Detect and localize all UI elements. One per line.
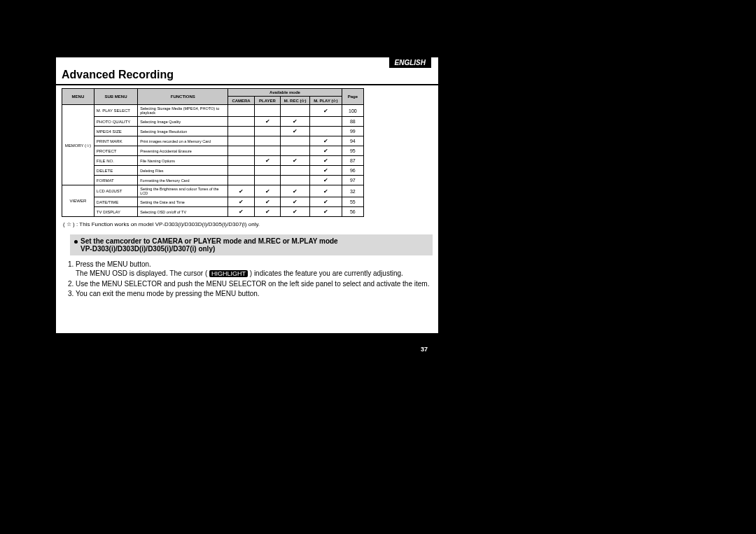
mode-cell: ✔ — [309, 105, 342, 117]
table-row: PROTECTPreventing Accidental Erasure✔95 — [62, 146, 364, 156]
page-cell: 96 — [342, 166, 363, 176]
page-cell: 55 — [342, 197, 363, 207]
page-cell: 95 — [342, 146, 363, 156]
table-row: PHOTO QUALITYSelecting Image Quality✔✔88 — [62, 117, 364, 127]
mode-cell — [228, 117, 254, 127]
table-row: FILE NO.File Naming Options✔✔✔87 — [62, 156, 364, 166]
submenu-cell: DATE/TIME — [94, 197, 137, 207]
th-available-mode: Available mode — [228, 89, 342, 97]
submenu-cell: TV DISPLAY — [94, 207, 137, 217]
function-cell: Selecting Image Quality — [138, 117, 228, 127]
footnote-text: ( ☆ ) : This Function works on model VP-… — [63, 221, 438, 227]
mode-cell: ✔ — [281, 117, 310, 127]
submenu-cell: LCD ADJUST — [94, 185, 137, 197]
mode-cell: ✔ — [254, 185, 280, 197]
function-cell: File Naming Options — [138, 156, 228, 166]
mode-cell: ✔ — [281, 156, 310, 166]
mode-cell — [254, 146, 280, 156]
page-title: Advanced Recording — [56, 57, 438, 85]
th-page: Page — [342, 89, 363, 105]
document-page: ENGLISH Advanced Recording MENU SUB MENU… — [56, 57, 438, 333]
page-cell: 56 — [342, 207, 363, 217]
submenu-cell: MPEG4 SIZE — [94, 127, 137, 136]
mode-cell: ✔ — [228, 207, 254, 217]
step-1a: Press the MENU button. — [76, 260, 151, 268]
bullet-icon — [74, 240, 78, 244]
table-row: MEMORY (☆)M. PLAY SELECTSelecting Storag… — [62, 105, 364, 117]
mode-cell — [228, 136, 254, 146]
page-number-badge: 37 — [417, 344, 431, 354]
mode-cell: ✔ — [254, 117, 280, 127]
table-body: MEMORY (☆)M. PLAY SELECTSelecting Storag… — [62, 105, 364, 217]
table-row: FORMATFormatting the Memory Card✔97 — [62, 176, 364, 185]
mode-cell: ✔ — [309, 197, 342, 207]
mode-cell — [228, 176, 254, 185]
mode-cell: ✔ — [309, 136, 342, 146]
function-cell: Print images recorded on a Memory Card — [138, 136, 228, 146]
step-1b-post: ) indicates the feature you are currentl… — [248, 269, 403, 277]
mode-cell: ✔ — [228, 197, 254, 207]
mode-cell — [281, 176, 310, 185]
mode-cell — [254, 166, 280, 176]
mode-cell — [228, 166, 254, 176]
step-1: Press the MENU button. The MENU OSD is d… — [76, 260, 431, 279]
function-cell: Formatting the Memory Card — [138, 176, 228, 185]
instruction-line-2: VP-D303(i)/D303D(i)/D305(i)/D307(i) only… — [80, 245, 215, 253]
submenu-cell: PROTECT — [94, 146, 137, 156]
page-cell: 87 — [342, 156, 363, 166]
mode-cell: ✔ — [281, 207, 310, 217]
th-menu: MENU — [62, 89, 94, 105]
mode-cell — [281, 146, 310, 156]
step-1b-pre: The MENU OSD is displayed. The cursor ( — [76, 269, 209, 277]
th-camera: CAMERA — [228, 97, 254, 105]
steps-list: Press the MENU button. The MENU OSD is d… — [66, 260, 431, 298]
step-2: Use the MENU SELECTOR and push the MENU … — [76, 279, 431, 288]
mode-cell: ✔ — [254, 197, 280, 207]
mode-cell — [228, 146, 254, 156]
menu-cell: MEMORY (☆) — [62, 105, 94, 185]
function-cell: Selecting Image Resolution — [138, 127, 228, 136]
mode-cell — [254, 176, 280, 185]
mode-cell — [254, 127, 280, 136]
menu-table: MENU SUB MENU FUNCTIONS Available mode P… — [62, 88, 364, 217]
instruction-line-1: Set the camcorder to CAMERA or PLAYER mo… — [80, 237, 338, 245]
th-mrec: M. REC (☆) — [281, 97, 310, 105]
mode-cell: ✔ — [254, 207, 280, 217]
table-row: MPEG4 SIZESelecting Image Resolution✔99 — [62, 127, 364, 136]
table-row: TV DISPLAYSelecting OSD on/off of TV✔✔✔✔… — [62, 207, 364, 217]
th-submenu: SUB MENU — [94, 89, 137, 105]
mode-cell: ✔ — [309, 185, 342, 197]
page-cell: 88 — [342, 117, 363, 127]
submenu-cell: PHOTO QUALITY — [94, 117, 137, 127]
table-row: DATE/TIMESetting the Date and Time✔✔✔✔55 — [62, 197, 364, 207]
table-row: VIEWERLCD ADJUSTSetting the Brightness a… — [62, 185, 364, 197]
mode-cell: ✔ — [309, 176, 342, 185]
function-cell: Setting the Brightness and colour Tones … — [138, 185, 228, 197]
page-cell: 100 — [342, 105, 363, 117]
mode-cell — [254, 105, 280, 117]
submenu-cell: FILE NO. — [94, 156, 137, 166]
mode-cell — [228, 127, 254, 136]
function-cell: Deleting Files — [138, 166, 228, 176]
mode-cell — [281, 136, 310, 146]
mode-cell: ✔ — [309, 207, 342, 217]
submenu-cell: FORMAT — [94, 176, 137, 185]
mode-cell: ✔ — [309, 146, 342, 156]
mode-cell — [228, 105, 254, 117]
table-row: DELETEDeleting Files✔96 — [62, 166, 364, 176]
function-cell: Selecting Storage Media (MPEG4, PHOTO) t… — [138, 105, 228, 117]
mode-cell: ✔ — [309, 156, 342, 166]
mode-cell: ✔ — [281, 127, 310, 136]
submenu-cell: DELETE — [94, 166, 137, 176]
mode-cell: ✔ — [309, 166, 342, 176]
menu-cell: VIEWER — [62, 185, 94, 217]
page-cell: 99 — [342, 127, 363, 136]
page-cell: 32 — [342, 185, 363, 197]
function-cell: Selecting OSD on/off of TV — [138, 207, 228, 217]
th-player: PLAYER — [254, 97, 280, 105]
mode-cell: ✔ — [228, 185, 254, 197]
th-functions: FUNCTIONS — [138, 89, 228, 105]
instruction-box: Set the camcorder to CAMERA or PLAYER mo… — [70, 234, 433, 255]
mode-cell — [309, 117, 342, 127]
mode-cell: ✔ — [281, 197, 310, 207]
